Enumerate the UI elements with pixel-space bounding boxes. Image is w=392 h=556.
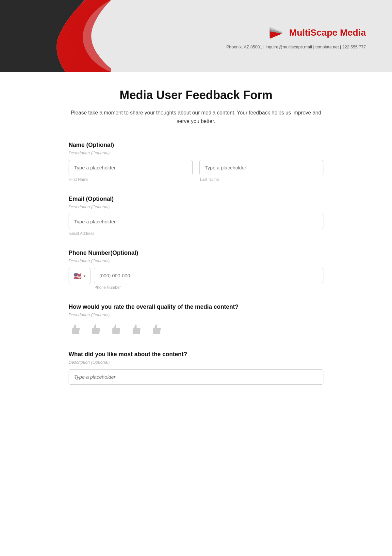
section-liked-label: What did you like most about the content…: [69, 351, 323, 358]
header-decoration: [0, 0, 111, 72]
first-name-input[interactable]: [69, 160, 193, 175]
section-phone-label: Phone Number(Optional): [69, 250, 323, 256]
last-name-input[interactable]: [199, 160, 323, 175]
section-email: Email (Optional) Description (Optional) …: [69, 196, 323, 236]
brand-tagline: Phoenix, AZ 85001 | inquire@multiscape.m…: [226, 44, 366, 49]
name-input-row: First Name Last Name: [69, 160, 323, 182]
form-container: Media User Feedback Form Please take a m…: [49, 72, 343, 425]
liked-content-input[interactable]: [69, 369, 323, 385]
section-phone-description: Description (Optional): [69, 258, 323, 263]
thumb-3-button[interactable]: [109, 322, 123, 337]
brand-name: MultiScape Media: [289, 27, 366, 38]
section-rating-description: Description (Optional): [69, 312, 323, 317]
form-description: Please take a moment to share your thoug…: [69, 109, 323, 125]
thumb-up-icon-3: [110, 323, 122, 335]
brand-logo-icon: [266, 23, 286, 43]
email-input[interactable]: [69, 214, 323, 229]
page-header: MultiScape Media Phoenix, AZ 85001 | inq…: [0, 0, 392, 72]
phone-row: 🇺🇸 ▾ Phone Number: [69, 268, 323, 290]
first-name-group: First Name: [69, 160, 193, 182]
thumb-4-button[interactable]: [129, 322, 144, 337]
email-group: Email Address: [69, 214, 323, 236]
section-rating-label: How would you rate the overall quality o…: [69, 304, 323, 310]
phone-input-group: Phone Number: [94, 268, 323, 290]
rating-thumbs-row: [69, 322, 323, 337]
last-name-sublabel: Last Name: [199, 177, 323, 182]
thumb-up-icon-2: [90, 323, 102, 335]
section-name-description: Description (Optional): [69, 150, 323, 155]
phone-sublabel: Phone Number: [94, 285, 323, 290]
first-name-sublabel: First Name: [69, 177, 193, 182]
section-email-label: Email (Optional): [69, 196, 323, 202]
section-phone: Phone Number(Optional) Description (Opti…: [69, 250, 323, 290]
section-liked: What did you like most about the content…: [69, 351, 323, 385]
thumb-5-button[interactable]: [150, 322, 164, 337]
email-sublabel: Email Address: [69, 231, 323, 236]
chevron-down-icon: ▾: [84, 274, 86, 278]
brand-area: MultiScape Media Phoenix, AZ 85001 | inq…: [226, 23, 366, 49]
form-title: Media User Feedback Form: [69, 88, 323, 102]
thumb-1-button[interactable]: [69, 322, 83, 337]
last-name-group: Last Name: [199, 160, 323, 182]
country-flag: 🇺🇸: [74, 272, 82, 280]
section-rating: How would you rate the overall quality o…: [69, 304, 323, 337]
section-name-label: Name (Optional): [69, 142, 323, 148]
section-liked-description: Description (Optional): [69, 360, 323, 365]
thumb-up-icon-1: [70, 323, 82, 335]
country-selector-button[interactable]: 🇺🇸 ▾: [69, 268, 90, 284]
phone-number-input[interactable]: [94, 268, 323, 283]
thumb-up-icon-4: [131, 323, 142, 335]
section-email-description: Description (Optional): [69, 204, 323, 209]
section-name: Name (Optional) Description (Optional) F…: [69, 142, 323, 182]
thumb-up-icon-5: [151, 323, 163, 335]
thumb-2-button[interactable]: [89, 322, 103, 337]
